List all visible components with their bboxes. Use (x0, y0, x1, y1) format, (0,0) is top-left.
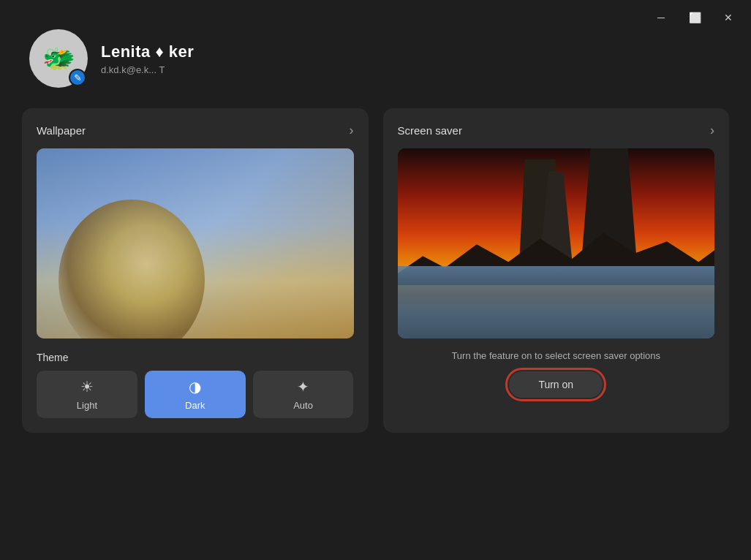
screensaver-chevron-icon[interactable]: › (710, 123, 714, 138)
theme-dark-button[interactable]: ◑ Dark (145, 371, 246, 418)
screensaver-card-title: Screen saver (398, 124, 462, 137)
ss-water (398, 266, 715, 338)
light-icon: ☀ (80, 378, 94, 396)
cards-container: Wallpaper › Theme ☀ Light ◑ Dark ✦ Auto (0, 108, 751, 433)
theme-dark-label: Dark (185, 400, 205, 411)
profile-info: Lenita ♦ ker d.kd.k@e.k... T (101, 42, 194, 75)
avatar-wrapper: 🐲 ✎ (29, 29, 88, 88)
screensaver-turn-on-wrapper: Turn on (398, 371, 715, 398)
wallpaper-card: Wallpaper › Theme ☀ Light ◑ Dark ✦ Auto (22, 108, 369, 433)
profile-area: 🐲 ✎ Lenita ♦ ker d.kd.k@e.k... T (0, 0, 751, 105)
theme-label: Theme (37, 352, 354, 363)
screensaver-card-header: Screen saver › (398, 123, 715, 138)
minimize-button[interactable]: ─ (644, 6, 678, 29)
theme-auto-label: Auto (293, 400, 313, 411)
title-bar: ─ ⬜ ✕ (644, 0, 751, 29)
dark-icon: ◑ (189, 378, 201, 396)
turn-on-button[interactable]: Turn on (509, 371, 603, 398)
profile-email: d.kd.k@e.k... T (101, 64, 194, 75)
screensaver-preview (398, 148, 715, 338)
wallpaper-chevron-icon[interactable]: › (350, 123, 354, 138)
wallpaper-preview[interactable] (37, 148, 354, 338)
avatar-edit-button[interactable]: ✎ (69, 69, 86, 86)
wallpaper-card-header: Wallpaper › (37, 123, 354, 138)
theme-buttons: ☀ Light ◑ Dark ✦ Auto (37, 371, 354, 418)
auto-icon: ✦ (297, 378, 309, 396)
edit-icon: ✎ (74, 72, 82, 83)
theme-light-label: Light (77, 400, 97, 411)
screensaver-card: Screen saver › Turn the feature on to se… (383, 108, 730, 433)
maximize-button[interactable]: ⬜ (678, 6, 712, 29)
profile-name: Lenita ♦ ker (101, 42, 194, 61)
close-button[interactable]: ✕ (712, 6, 745, 29)
wallpaper-card-title: Wallpaper (37, 124, 86, 137)
theme-auto-button[interactable]: ✦ Auto (253, 371, 354, 418)
screensaver-description: Turn the feature on to select screen sav… (398, 350, 715, 361)
theme-light-button[interactable]: ☀ Light (37, 371, 137, 418)
avatar-icon: 🐲 (42, 43, 75, 74)
